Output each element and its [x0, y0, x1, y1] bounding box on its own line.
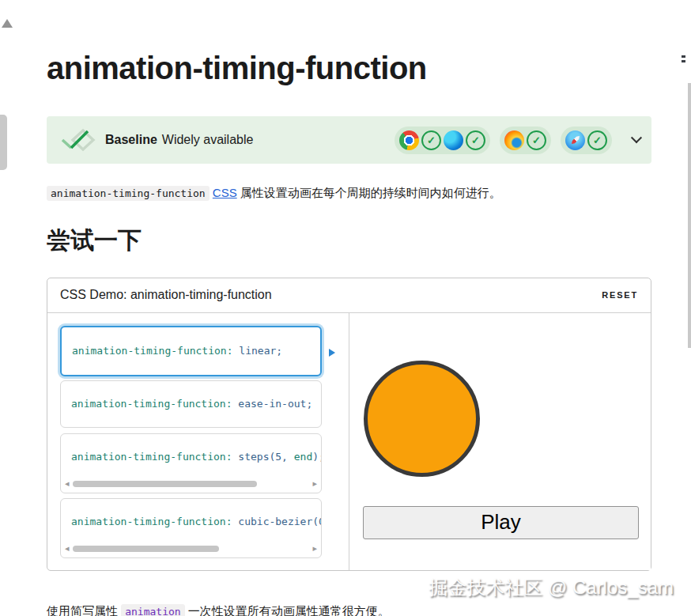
firefox-icon: [504, 130, 524, 150]
code-option-cubic-bezier[interactable]: animation-timing-function: cubic-bezier(…: [60, 498, 322, 558]
demo-body: animation-timing-function: linear; anima…: [47, 313, 651, 570]
edge-check-icon: ✓: [466, 130, 485, 150]
css-demo-box: CSS Demo: animation-timing-function RESE…: [47, 278, 651, 571]
scroll-right-icon[interactable]: ▸: [312, 479, 317, 488]
code-text: animation-timing-function: cubic-bezier(…: [61, 499, 321, 544]
baseline-banner: BaselineWidely available ✓ ✓ ✓ ✓: [47, 116, 651, 164]
code-option-linear[interactable]: animation-timing-function: linear;: [60, 326, 322, 376]
chevron-down-icon[interactable]: [631, 132, 642, 143]
play-button[interactable]: Play: [363, 506, 639, 539]
horizontal-scrollbar[interactable]: ◂ ▸: [65, 544, 317, 554]
active-option-pointer-icon: [329, 349, 335, 357]
footer-text-before: 使用简写属性: [47, 604, 121, 616]
intro-text: 属性设置动画在每个周期的持续时间内如何进行。: [237, 186, 501, 199]
code-text: animation-timing-function: steps(5, end)…: [61, 434, 321, 479]
animation-link[interactable]: animation: [121, 604, 184, 616]
browser-support-icons: ✓ ✓ ✓ ✓: [395, 127, 640, 154]
code-option-ease-in-out[interactable]: animation-timing-function: ease-in-out;: [60, 380, 322, 428]
chrome-check-icon: ✓: [421, 130, 441, 150]
collapsed-ui-arrow-icon: [2, 19, 13, 28]
safari-icon: [565, 130, 585, 150]
css-link[interactable]: CSS: [213, 186, 237, 199]
scrollbar-thumb[interactable]: [73, 481, 258, 487]
firefox-check-icon: ✓: [527, 130, 546, 150]
edge-icon: [444, 130, 463, 150]
intro-paragraph: animation-timing-function CSS 属性设置动画在每个周…: [47, 184, 651, 202]
scrollbar-track[interactable]: [73, 546, 310, 552]
footer-paragraph: 使用简写属性 animation 一次性设置所有动画属性通常很方便。: [47, 603, 651, 616]
scroll-right-icon[interactable]: ▸: [312, 544, 317, 553]
firefox-support-pill: ✓: [500, 127, 551, 154]
scrollbar-track[interactable]: [73, 481, 310, 487]
clipped-text-fragment: [682, 55, 685, 58]
horizontal-scrollbar[interactable]: ◂ ▸: [65, 479, 317, 489]
safari-support-pill: ✓: [561, 127, 612, 154]
code-options-panel: animation-timing-function: linear; anima…: [47, 313, 349, 570]
animated-circle: [364, 361, 480, 477]
property-code-chip: animation-timing-function: [47, 186, 210, 201]
page-scrollbar-thumb[interactable]: [688, 83, 691, 348]
demo-output-panel: Play: [349, 313, 651, 570]
reset-button[interactable]: RESET: [602, 290, 638, 300]
code-text: animation-timing-function: ease-in-out;: [61, 381, 321, 427]
baseline-check-icon: [59, 127, 96, 153]
footer-text-after: 一次性设置所有动画属性通常很方便。: [185, 604, 390, 616]
chromium-support-pill: ✓ ✓: [395, 127, 490, 154]
code-option-steps[interactable]: animation-timing-function: steps(5, end)…: [60, 433, 322, 493]
chrome-icon: [399, 130, 419, 150]
baseline-status: Widely available: [162, 133, 254, 146]
page-root: animation-timing-function BaselineWidely…: [0, 0, 691, 616]
demo-title: CSS Demo: animation-timing-function: [60, 288, 272, 302]
demo-header: CSS Demo: animation-timing-function RESE…: [47, 278, 651, 313]
scroll-left-icon[interactable]: ◂: [65, 479, 70, 488]
baseline-text: BaselineWidely available: [105, 133, 253, 147]
left-scrollbar-thumb[interactable]: [0, 115, 7, 170]
safari-check-icon: ✓: [587, 130, 607, 150]
baseline-label: Baseline: [105, 133, 157, 146]
code-text: animation-timing-function: linear;: [62, 327, 320, 375]
try-it-heading: 尝试一下: [47, 225, 651, 257]
page-title: animation-timing-function: [47, 51, 651, 86]
scroll-left-icon[interactable]: ◂: [65, 544, 70, 553]
main-content: animation-timing-function BaselineWidely…: [0, 0, 651, 616]
scrollbar-thumb[interactable]: [73, 546, 220, 552]
